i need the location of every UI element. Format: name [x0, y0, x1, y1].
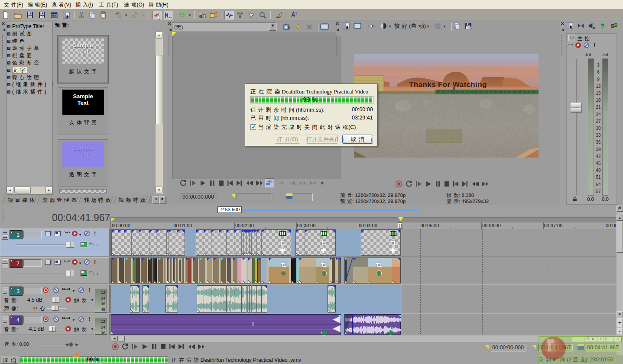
- svg-text:?: ?: [41, 15, 43, 19]
- svg-text:A: A: [285, 25, 288, 29]
- svg-text:Thanks For Watching: Thanks For Watching: [409, 81, 487, 89]
